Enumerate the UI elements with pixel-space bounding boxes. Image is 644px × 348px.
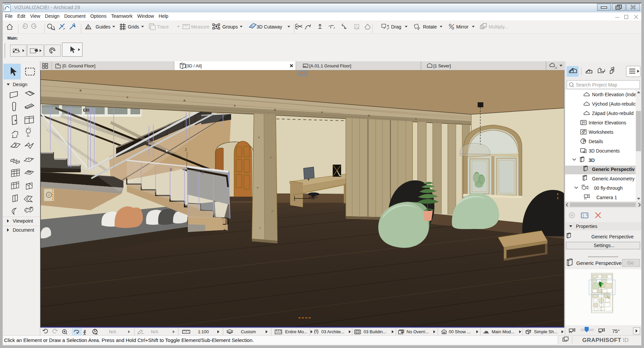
svg-text:North Elevation (Inde: North Elevation (Inde [592,92,636,97]
svg-text:Generic Perspective: Generic Perspective [591,234,634,239]
svg-text:Guides: Guides [96,24,110,30]
svg-text:y: y [202,169,204,174]
svg-text:Document: Document [13,227,34,233]
svg-text:[3D / All]: [3D / All] [185,63,202,68]
svg-text:Generic Perspectiv: Generic Perspectiv [592,167,635,172]
svg-text:GRAPHISOFT: GRAPHISOFT [582,337,622,343]
svg-text:03 Archite...: 03 Archite... [321,329,344,334]
svg-text:Groups: Groups [222,24,238,30]
svg-text:1:100: 1:100 [198,329,209,334]
svg-text:Camera 1: Camera 1 [596,195,617,200]
svg-text:x: x [170,167,172,172]
svg-text:3D Cutaway: 3D Cutaway [257,24,282,30]
svg-text:[0. Ground Floor]: [0. Ground Floor] [62,63,95,68]
svg-text:Generic Axonometry: Generic Axonometry [592,176,635,181]
svg-text:Go: Go [627,260,634,266]
svg-text:Measure: Measure [191,24,210,30]
svg-text:Drag: Drag [391,24,401,30]
svg-text:Grids: Grids [128,24,139,30]
svg-text:Custom: Custom [241,329,256,334]
svg-text:Západ (Auto-rebuild: Západ (Auto-rebuild [592,111,634,116]
svg-text:Východ (Auto-rebuilc: Východ (Auto-rebuilc [592,101,636,107]
svg-text:Search Project Map: Search Project Map [576,82,617,88]
svg-text:Rotate: Rotate [423,24,437,30]
svg-text:Details: Details [589,139,603,144]
svg-text:Trace: Trace [157,24,169,30]
svg-text:00 fly-through: 00 fly-through [594,185,623,191]
svg-text:N/A: N/A [151,329,158,334]
svg-text:[1 Sever]: [1 Sever] [433,63,451,68]
svg-text:Simple Sh...: Simple Sh... [534,329,557,334]
svg-text:Design: Design [13,82,28,87]
svg-text:00 Show ...: 00 Show ... [449,329,471,334]
svg-text:Entire Mo...: Entire Mo... [285,329,307,334]
svg-text:No Overri...: No Overri... [407,329,429,334]
svg-text:N/A: N/A [109,329,116,334]
svg-text:Worksheets: Worksheets [589,129,613,135]
svg-text:[A.01.1 Ground Floor]: [A.01.1 Ground Floor] [309,63,351,68]
svg-text:Mirror: Mirror [456,24,469,30]
svg-text:Multiply...: Multiply... [489,24,508,30]
svg-text:Main Mod...: Main Mod... [492,329,515,334]
svg-text:Interior Elevations: Interior Elevations [589,120,626,125]
svg-text:03 Buildin...: 03 Buildin... [364,329,386,334]
svg-text:z: z [185,147,187,152]
svg-text:Generic Perspective: Generic Perspective [576,260,622,266]
svg-text:Viewpoint: Viewpoint [13,218,33,224]
svg-text:Properties: Properties [576,224,597,229]
svg-text:75°: 75° [612,328,620,334]
svg-text:3D: 3D [589,158,595,163]
svg-text:3D Documents: 3D Documents [589,148,620,154]
svg-text:ID: ID [623,337,629,343]
svg-text:Settings...: Settings... [594,243,614,248]
